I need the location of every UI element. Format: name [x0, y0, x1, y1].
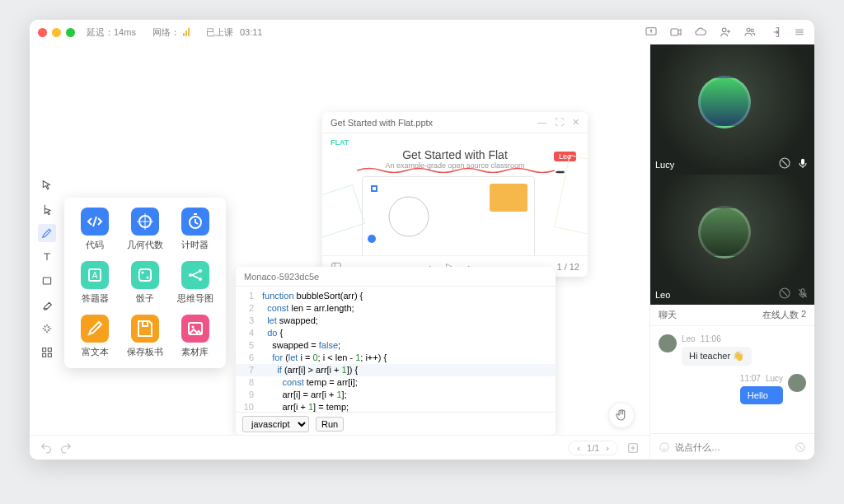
rich-icon — [81, 315, 109, 343]
tool-clicker[interactable] — [38, 200, 56, 218]
svg-point-19 — [199, 278, 202, 281]
topbar: 延迟： 14ms 网络： 已上课 03:11 — [30, 20, 814, 44]
page-prev-button[interactable]: ‹ — [577, 443, 580, 453]
mic-on-icon[interactable] — [796, 156, 809, 170]
monaco-titlebar[interactable]: Monaco-5923dc5e — [236, 267, 556, 287]
avatar-icon — [788, 374, 806, 392]
svg-rect-14 — [139, 269, 151, 281]
tool-pencil[interactable] — [38, 224, 56, 242]
pptx-window[interactable]: Get Started with Flat.pptx — ⛶ ✕ FLAT Ge… — [322, 112, 588, 277]
close-dot[interactable] — [38, 28, 47, 37]
code-line[interactable]: 7 if (arr[i] > arr[i + 1]) { — [236, 364, 556, 376]
code-line[interactable]: 1function bubbleSort(arr) { — [236, 290, 556, 302]
share-screen-icon[interactable] — [645, 26, 658, 39]
app-item-dice[interactable]: 骰子 — [124, 261, 166, 305]
app-item-save[interactable]: 保存板书 — [124, 315, 166, 358]
minimize-dot[interactable] — [52, 28, 61, 37]
code-icon — [81, 208, 109, 236]
chat-bubble: Hello — [740, 386, 783, 404]
code-line[interactable]: 10 arr[i + 1] = temp; — [236, 401, 556, 412]
sample-image-icon — [490, 184, 528, 212]
language-select[interactable]: javascript — [242, 416, 309, 432]
apps-panel: 代码几何代数计时器A答题器骰子思维导图富文本保存板书素材库 — [64, 198, 226, 368]
record-icon[interactable] — [669, 26, 682, 39]
chat-tab[interactable]: 聊天 — [659, 309, 677, 321]
svg-point-2 — [722, 28, 726, 32]
maximize-dot[interactable] — [66, 28, 75, 37]
video-name: Leo — [655, 290, 670, 300]
session-time: 03:11 — [240, 27, 263, 37]
app-item-quiz[interactable]: A答题器 — [74, 261, 116, 305]
svg-point-29 — [660, 442, 669, 451]
svg-rect-9 — [48, 353, 51, 357]
raise-hand-button[interactable] — [608, 402, 635, 428]
tool-eraser[interactable] — [38, 296, 56, 314]
online-count: 2 — [801, 309, 806, 321]
decor-shape — [322, 184, 365, 239]
tool-text[interactable] — [38, 248, 56, 266]
quiz-icon: A — [81, 261, 109, 289]
code-editor[interactable]: 1function bubbleSort(arr) {2 const len =… — [236, 287, 556, 412]
whiteboard-canvas[interactable]: 代码几何代数计时器A答题器骰子思维导图富文本保存板书素材库 Get Starte… — [30, 44, 649, 460]
maximize-icon[interactable]: ⛶ — [555, 117, 564, 128]
avatar-icon — [698, 76, 751, 128]
close-icon[interactable]: ✕ — [572, 117, 579, 128]
mic-off-icon[interactable] — [796, 287, 809, 300]
redo-icon[interactable] — [59, 441, 73, 455]
camera-off-icon[interactable] — [778, 287, 791, 300]
code-line[interactable]: 4 do { — [236, 327, 556, 339]
code-line[interactable]: 5 swapped = false; — [236, 339, 556, 352]
undo-icon[interactable] — [40, 441, 53, 455]
app-item-media[interactable]: 素材库 — [174, 315, 216, 358]
app-item-timer[interactable]: 计时器 — [174, 208, 216, 251]
chat-bubble: Hi teacher 👋 — [682, 347, 752, 366]
svg-rect-8 — [43, 353, 46, 357]
page-next-button[interactable]: › — [606, 443, 609, 453]
chat-input-bar — [650, 433, 814, 460]
tool-select[interactable] — [38, 176, 56, 194]
app-item-rich[interactable]: 富文本 — [74, 315, 116, 358]
chat-input[interactable] — [675, 442, 790, 452]
ban-chat-icon[interactable] — [795, 441, 806, 453]
tool-sidebar — [38, 176, 56, 362]
slide-title: Get Started with Flat — [331, 148, 579, 161]
online-label: 在线人数 — [762, 309, 799, 321]
svg-rect-1 — [671, 29, 678, 35]
tool-apps[interactable] — [38, 343, 56, 362]
camera-off-icon[interactable] — [778, 156, 791, 170]
svg-point-4 — [751, 29, 753, 31]
app-item-geom[interactable]: 几何代数 — [124, 208, 166, 251]
svg-point-17 — [189, 273, 192, 277]
avatar-icon — [698, 206, 751, 259]
right-panel: Lucy Leo 聊天 在线人数 2 — [649, 44, 814, 460]
video-tile-leo[interactable]: Leo — [650, 175, 814, 305]
run-button[interactable]: Run — [316, 417, 344, 432]
monaco-window[interactable]: Monaco-5923dc5e 1function bubbleSort(arr… — [236, 267, 556, 435]
user-cursor-icon — [368, 235, 376, 243]
dice-icon — [131, 261, 159, 289]
tool-shape[interactable] — [38, 272, 56, 290]
code-line[interactable]: 8 const temp = arr[i]; — [236, 376, 556, 389]
cloud-icon[interactable] — [694, 26, 707, 39]
members-icon[interactable] — [743, 26, 757, 39]
bottom-bar: ‹ 1/1 › — [30, 435, 649, 460]
exit-icon[interactable] — [768, 26, 781, 39]
video-tile-lucy[interactable]: Lucy — [650, 44, 814, 175]
code-line[interactable]: 6 for (let i = 0; i < len - 1; i++) { — [236, 352, 556, 364]
pptx-titlebar[interactable]: Get Started with Flat.pptx — ⛶ ✕ — [322, 112, 588, 133]
code-line[interactable]: 2 const len = arr.length; — [236, 302, 556, 315]
minimize-icon[interactable]: — — [537, 117, 546, 128]
app-item-mind[interactable]: 思维导图 — [174, 261, 216, 305]
code-line[interactable]: 9 arr[i] = arr[i + 1]; — [236, 389, 556, 401]
tool-laser[interactable] — [38, 320, 56, 338]
settings-icon[interactable] — [793, 26, 806, 39]
code-line[interactable]: 3 let swapped; — [236, 315, 556, 327]
app-item-code[interactable]: 代码 — [74, 208, 116, 251]
app-label: 骰子 — [136, 292, 154, 305]
svg-point-3 — [747, 28, 750, 31]
annotation-squiggle — [357, 166, 555, 173]
save-icon — [131, 315, 159, 343]
invite-icon[interactable] — [719, 26, 732, 39]
emoji-icon[interactable] — [659, 441, 670, 453]
add-page-icon[interactable] — [626, 441, 640, 455]
